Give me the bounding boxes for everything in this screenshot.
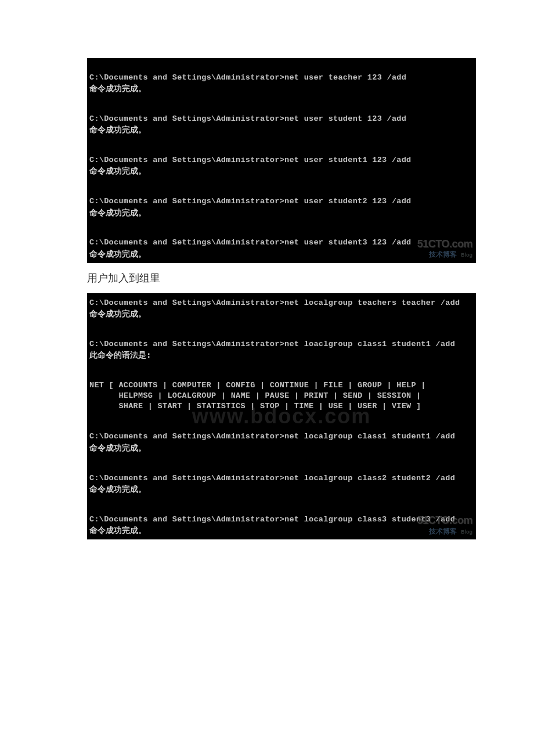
- terminal-output-line: 命令成功完成。: [89, 124, 474, 135]
- terminal-command-line: C:\Documents and Settings\Administrator>…: [89, 196, 474, 207]
- terminal-output-line: 命令成功完成。: [89, 442, 474, 453]
- terminal-command-line: C:\Documents and Settings\Administrator>…: [89, 155, 474, 165]
- terminal-command-line: SHARE | START | STATISTICS | STOP | TIME…: [89, 401, 474, 412]
- terminal-command-line: C:\Documents and Settings\Administrator>…: [89, 473, 474, 484]
- terminal-command-line: HELPMSG | LOCALGROUP | NAME | PAUSE | PR…: [89, 391, 474, 401]
- terminal-output-line: 命令成功完成。: [89, 308, 474, 319]
- terminal-screenshot-2: C:\Documents and Settings\Administrator>…: [87, 293, 476, 539]
- terminal-command-line: C:\Documents and Settings\Administrator>…: [89, 298, 474, 308]
- terminal-output-line: 命令成功完成。: [89, 484, 474, 495]
- terminal-output-line: 命令成功完成。: [89, 525, 474, 536]
- terminal-command-line: NET [ ACCOUNTS | COMPUTER | CONFIG | CON…: [89, 380, 474, 391]
- terminal-output-line: 命令成功完成。: [89, 165, 474, 177]
- terminal-command-line: C:\Documents and Settings\Administrator>…: [89, 514, 474, 525]
- terminal-output-line: 此命令的语法是:: [89, 350, 474, 361]
- section-caption: 用户加入到组里: [87, 271, 447, 285]
- terminal-output-line: 命令成功完成。: [89, 83, 474, 94]
- terminal-command-line: C:\Documents and Settings\Administrator>…: [89, 237, 474, 248]
- terminal-screenshot-1: C:\Documents and Settings\Administrator>…: [87, 58, 476, 263]
- terminal-command-line: C:\Documents and Settings\Administrator>…: [89, 339, 474, 350]
- terminal-output-line: 命令成功完成。: [89, 249, 474, 260]
- terminal-output-line: 命令成功完成。: [89, 207, 474, 218]
- terminal-command-line: C:\Documents and Settings\Administrator>…: [89, 431, 474, 442]
- terminal-command-line: C:\Documents and Settings\Administrator>…: [89, 73, 474, 83]
- page-container: C:\Documents and Settings\Administrator>…: [0, 0, 534, 567]
- terminal-command-line: C:\Documents and Settings\Administrator>…: [89, 114, 474, 124]
